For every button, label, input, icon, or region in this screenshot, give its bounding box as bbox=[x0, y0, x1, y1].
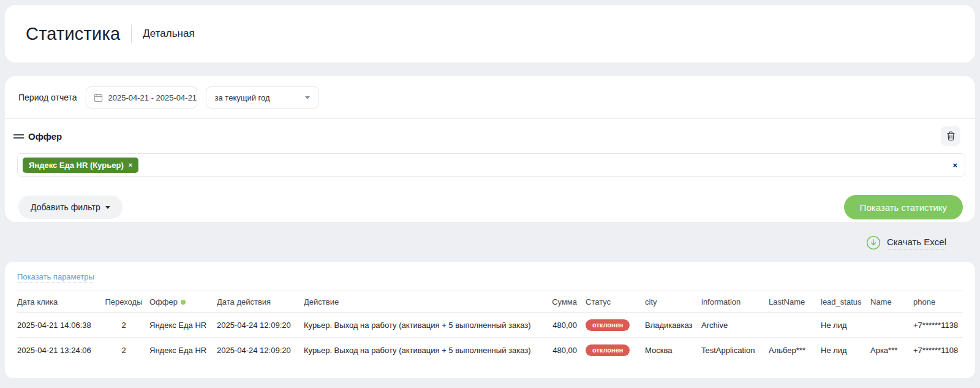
title-divider bbox=[131, 25, 132, 43]
date-range-input[interactable]: 2025-04-21 - 2025-04-21 bbox=[86, 86, 197, 108]
cell-name: Арка*** bbox=[870, 338, 913, 363]
offer-filter-row: Оффер bbox=[5, 119, 975, 146]
results-table-card: Показать параметры Дата клика Переходы О… bbox=[5, 262, 975, 378]
column-header: Статус bbox=[586, 291, 645, 313]
column-header: Дата клика bbox=[17, 291, 103, 313]
cell-action-date: 2025-04-24 12:09:20 bbox=[217, 313, 304, 338]
column-header: Переходы bbox=[103, 291, 149, 313]
add-filter-button[interactable]: Добавить фильтр bbox=[18, 196, 123, 219]
cell-status: отклонен bbox=[586, 338, 645, 363]
cell-offer: Яндекс Еда HR bbox=[149, 313, 217, 338]
cell-action: Курьер. Выход на работу (активация + 5 в… bbox=[304, 338, 535, 363]
column-header: Оффер bbox=[149, 291, 217, 313]
column-header: city bbox=[645, 291, 701, 313]
report-period-row: Период отчета 2025-04-21 - 2025-04-21 за… bbox=[5, 76, 975, 108]
filters-panel: Период отчета 2025-04-21 - 2025-04-21 за… bbox=[5, 76, 975, 222]
table-row: 2025-04-21 14:06:38 2 Яндекс Еда HR 2025… bbox=[17, 313, 963, 338]
offer-tag-remove-icon[interactable]: × bbox=[129, 162, 132, 169]
cell-action-date: 2025-04-24 12:09:20 bbox=[217, 338, 304, 363]
period-preset-value: за текущий год bbox=[215, 93, 270, 102]
report-period-label: Период отчета bbox=[18, 93, 77, 102]
cell-click-date: 2025-04-21 13:24:06 bbox=[17, 338, 103, 363]
statistics-table: Дата клика Переходы Оффер Дата действия … bbox=[17, 291, 963, 363]
column-header: Действие bbox=[304, 291, 535, 313]
cell-action: Курьер. Выход на работу (активация + 5 в… bbox=[304, 313, 535, 338]
column-header: Дата действия bbox=[217, 291, 304, 313]
cell-phone: +7******1138 bbox=[913, 313, 963, 338]
cell-city: Москва bbox=[645, 338, 701, 363]
cell-phone: +7******1108 bbox=[913, 338, 963, 363]
offer-filter-label: Оффер bbox=[28, 131, 62, 142]
filter-actions-row: Добавить фильтр Показать статистику bbox=[5, 177, 975, 219]
chevron-down-icon bbox=[305, 96, 310, 99]
cell-amount: 480,00 bbox=[535, 338, 586, 363]
column-header: information bbox=[701, 291, 769, 313]
trash-icon bbox=[946, 131, 956, 141]
chevron-down-icon bbox=[105, 206, 110, 209]
cell-city: Владикавказ bbox=[645, 313, 701, 338]
drag-handle-icon[interactable] bbox=[13, 132, 24, 140]
cell-name bbox=[870, 313, 913, 338]
cell-click-date: 2025-04-21 14:06:38 bbox=[17, 313, 103, 338]
status-badge: отклонен bbox=[586, 319, 630, 331]
cell-transitions: 2 bbox=[103, 313, 149, 338]
calendar-icon bbox=[94, 93, 103, 102]
page-header-card: Статистика Детальная bbox=[5, 5, 975, 63]
cell-lastname bbox=[769, 313, 821, 338]
period-preset-select[interactable]: за текущий год bbox=[206, 86, 319, 108]
column-header: lead_status bbox=[821, 291, 870, 313]
table-header-row: Дата клика Переходы Оффер Дата действия … bbox=[17, 291, 963, 313]
column-header: Name bbox=[870, 291, 913, 313]
download-icon bbox=[866, 235, 881, 250]
cell-amount: 480,00 bbox=[535, 313, 586, 338]
cell-information: Archive bbox=[701, 313, 769, 338]
cell-offer: Яндекс Еда HR bbox=[149, 338, 217, 363]
download-excel-link[interactable]: Скачать Excel bbox=[866, 235, 946, 250]
cell-lastname: Альбер*** bbox=[769, 338, 821, 363]
show-parameters-link[interactable]: Показать параметры bbox=[17, 272, 94, 283]
column-header: phone bbox=[913, 291, 963, 313]
cell-status: отклонен bbox=[586, 313, 645, 338]
column-header: Сумма bbox=[535, 291, 586, 313]
page-title: Статистика bbox=[26, 24, 120, 44]
offer-tag-label: Яндекс Еда HR (Курьер) bbox=[29, 161, 124, 170]
cell-lead-status: Не лид bbox=[821, 338, 870, 363]
add-filter-label: Добавить фильтр bbox=[31, 202, 100, 212]
offer-indicator-icon bbox=[181, 300, 186, 305]
cell-transitions: 2 bbox=[103, 338, 149, 363]
cell-lead-status: Не лид bbox=[821, 313, 870, 338]
clear-field-icon[interactable]: × bbox=[952, 161, 957, 170]
cell-information: TestApplication bbox=[701, 338, 769, 363]
status-badge: отклонен bbox=[586, 344, 630, 356]
offer-tags-input[interactable]: Яндекс Еда HR (Курьер) × × bbox=[17, 153, 965, 177]
remove-filter-button[interactable] bbox=[941, 126, 960, 146]
table-row: 2025-04-21 13:24:06 2 Яндекс Еда HR 2025… bbox=[17, 338, 963, 363]
column-header: LastName bbox=[769, 291, 821, 313]
date-range-value: 2025-04-21 - 2025-04-21 bbox=[108, 93, 197, 102]
download-excel-label: Скачать Excel bbox=[887, 237, 946, 249]
page-subtitle: Детальная bbox=[143, 28, 194, 40]
offer-tag: Яндекс Еда HR (Курьер) × bbox=[23, 158, 138, 173]
show-statistics-button[interactable]: Показать статистику bbox=[844, 195, 963, 219]
